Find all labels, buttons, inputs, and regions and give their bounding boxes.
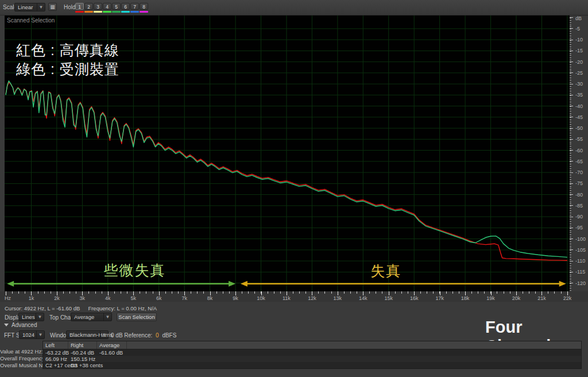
db-reference-unit: dBFS (162, 332, 176, 338)
table-column-header: Left (43, 341, 68, 349)
db-tick-label: -100 (575, 236, 586, 242)
copy-graph-button[interactable]: ▦ (48, 3, 57, 11)
db-tick-label: -110 (575, 258, 585, 264)
db-tick-label: -85 (575, 203, 583, 209)
hold-button-wrap: 2 (84, 3, 93, 13)
hold-color-bar (94, 11, 102, 13)
table-row-label: Overall Musical Note: (0, 362, 41, 369)
collapse-triangle-icon (4, 324, 9, 326)
scale-dropdown-value: Linear (18, 4, 33, 10)
freq-major-tick (541, 291, 542, 295)
freq-major-tick (57, 291, 57, 295)
freq-tick-label: 21k (534, 295, 549, 301)
hold-button-8[interactable]: 8 (140, 3, 148, 10)
chevron-down-icon: ▼ (37, 3, 45, 11)
db-major-tick (570, 261, 573, 261)
db-tick-label: dB (575, 16, 582, 21)
db-tick-label: -65 (575, 159, 583, 164)
freq-tick-label: 1k (24, 295, 38, 301)
db-major-tick (570, 61, 573, 62)
frequency-analysis-window: Scale: Linear ▼ ▦ Hold: 12345678 些微失真失真 … (0, 0, 588, 377)
db-tick-label: -5 (575, 26, 580, 32)
spectrum-plot-canvas[interactable]: 些微失真失真 Scanned Selection 紅色 : 高傳真線 綠色 : … (5, 16, 570, 291)
table-row-label: Value at 4922 Hz: (0, 348, 41, 355)
distortion-label: 失真 (370, 263, 401, 279)
chevron-down-icon: ▼ (36, 331, 44, 338)
table-row-labels: Value at 4922 Hz:Overall Frequency:Overa… (0, 348, 41, 369)
db-major-tick (570, 28, 573, 29)
freq-major-tick (516, 291, 517, 295)
freq-major-tick (389, 291, 389, 295)
freq-major-tick (287, 291, 287, 295)
hold-button-3[interactable]: 3 (94, 3, 102, 10)
freq-tick-label: 13k (330, 295, 345, 301)
db-axis-ruler[interactable]: dB-5-10-15-20-25-30-35-40-45-50-55-60-65… (570, 16, 588, 301)
db-tick-label: -80 (575, 192, 583, 198)
hold-button-1[interactable]: 1 (75, 3, 84, 10)
db-tick-label: -75 (575, 180, 583, 186)
hold-button-2[interactable]: 2 (84, 3, 93, 10)
scan-selection-button[interactable]: Scan Selection (117, 313, 157, 321)
db-tick-label: -90 (575, 214, 583, 220)
freq-tick-label: 10k (254, 295, 269, 301)
frequency-readout: Frequency: L = 0.00 Hz, N/A (88, 305, 157, 311)
db-tick-label: -40 (575, 103, 583, 109)
db-major-tick (570, 72, 573, 73)
advanced-section-toggle[interactable]: Advanced (4, 322, 37, 328)
fft-size-dropdown[interactable]: 1024 ▼ (19, 330, 45, 339)
freq-tick-label: 20k (509, 295, 524, 301)
hold-button-wrap: 1 (75, 3, 84, 13)
advanced-label: Advanced (11, 322, 37, 328)
hold-button-5[interactable]: 5 (112, 3, 121, 10)
hold-button-7[interactable]: 7 (130, 3, 139, 10)
db-reference-readout: 0 dB Reference: 0 dBFS (111, 332, 176, 338)
db-tick-label: -70 (575, 170, 583, 175)
table-row-label: Overall Frequency: (0, 355, 41, 362)
db-tick-label: -55 (575, 136, 583, 142)
cursor-readout: Cursor: 4922 Hz, L = -61.60 dB (5, 305, 80, 311)
db-tick-label: -105 (575, 247, 586, 253)
hold-color-bar (140, 11, 148, 13)
window-dropdown[interactable]: Blackmann-Harris ▼ (66, 330, 109, 339)
arrowhead-right-icon (559, 281, 566, 287)
scale-dropdown[interactable]: Linear ▼ (14, 3, 45, 11)
freq-tick-label: 5k (126, 295, 141, 301)
db-major-tick (570, 95, 573, 95)
hold-color-bar (75, 11, 84, 13)
analysis-table: Value at 4922 Hz:Overall Frequency:Overa… (0, 341, 583, 368)
hold-button-6[interactable]: 6 (121, 3, 130, 10)
table-cell: D3 +38 cents (68, 362, 97, 368)
freq-major-tick (261, 291, 262, 295)
hold-color-bar (112, 11, 121, 13)
db-reference-label: 0 dB Reference: (111, 332, 152, 338)
db-major-tick (570, 128, 573, 129)
hold-color-bar (121, 11, 130, 13)
display-dropdown[interactable]: Lines ▼ (18, 313, 44, 321)
top-channel-dropdown[interactable]: Average ▼ (71, 313, 112, 321)
hold-button-wrap: 6 (121, 3, 130, 13)
freq-tick-label: 4k (100, 295, 115, 301)
fft-size-dropdown-value: 1024 (22, 332, 34, 338)
hold-button-4[interactable]: 4 (103, 3, 111, 10)
status-bar: Cursor: 4922 Hz, L = -61.60 dBFrequency:… (5, 305, 157, 311)
arrowhead-left-icon (7, 281, 14, 287)
freq-tick-label: 8k (203, 295, 218, 301)
freq-major-tick (133, 291, 134, 295)
chevron-down-icon: ▼ (36, 313, 44, 321)
freq-major-tick (465, 291, 466, 295)
table-cell: -63.22 dB (43, 349, 68, 356)
freq-major-tick (363, 291, 363, 295)
freq-major-tick (235, 291, 236, 295)
db-major-tick (570, 161, 573, 161)
frequency-axis-ruler[interactable]: Hz1k2k3k4k5k6k7k8k9k10k11k12k13k14k15k16… (0, 291, 588, 302)
db-tick-label: -35 (575, 92, 583, 98)
db-reference-value[interactable]: 0 (156, 332, 159, 338)
freq-tick-label: 17k (432, 295, 447, 301)
table-cell: 150.15 Hz (68, 356, 97, 362)
scanned-selection-label: Scanned Selection (7, 17, 55, 24)
db-tick-label: -20 (575, 59, 583, 65)
db-major-tick (570, 51, 573, 51)
db-major-tick (570, 106, 573, 106)
freq-tick-label: 14k (355, 295, 370, 301)
db-major-tick (570, 194, 573, 195)
